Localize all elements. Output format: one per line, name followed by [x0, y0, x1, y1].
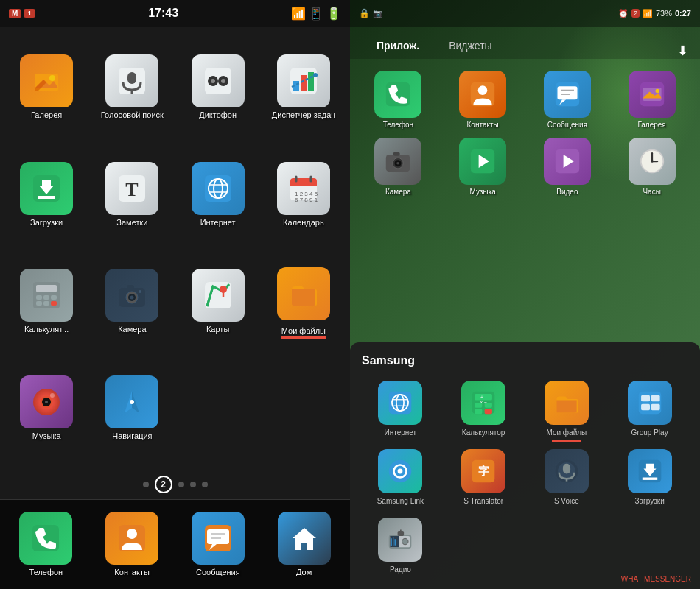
left-phone-panel: M 1 17:43 📶 📱 🔋 Галерея: [0, 0, 350, 589]
popup-downloads-icon: [628, 449, 672, 493]
dot-3: [178, 482, 184, 487]
dock-contacts-label: Контакты: [114, 568, 150, 577]
right-app-gallery[interactable]: Галерея: [609, 66, 694, 133]
svg-rect-103: [485, 409, 492, 415]
app-camera[interactable]: Камера: [89, 248, 175, 355]
popup-internet-icon: [378, 381, 422, 425]
watermark-prefix: WHAT: [621, 575, 643, 583]
svg-rect-128: [398, 531, 405, 536]
dock-phone[interactable]: Телефон: [3, 506, 89, 583]
popup-svoice[interactable]: S Voice: [528, 446, 606, 509]
app-gallery[interactable]: Галерея: [4, 34, 89, 141]
popup-downloads-label: Загрузки: [635, 497, 665, 506]
right-gallery-label: Галерея: [637, 121, 665, 129]
svg-point-68: [478, 85, 488, 95]
svg-point-81: [397, 162, 400, 165]
notification-badge: 1: [24, 9, 35, 18]
app-navigation[interactable]: Навигация: [89, 355, 175, 462]
dock-home[interactable]: Дом: [261, 506, 347, 583]
right-app-music[interactable]: Музыка: [441, 133, 525, 200]
app-maps-label: Карты: [206, 325, 229, 334]
right-app-clock[interactable]: Часы: [609, 133, 694, 200]
svg-rect-41: [51, 301, 57, 306]
right-phone-panel: 🔒 📷 ⏰ 2 📶 73% 0:27 Прилож. Виджеты ⬇: [350, 0, 700, 589]
popup-groupplay-icon: [628, 381, 672, 425]
popup-stranslator-icon: 字: [461, 449, 505, 493]
right-app-grid: Телефон Контакты: [350, 59, 700, 204]
right-phone-icon: [374, 71, 421, 118]
app-notes-label: Заметки: [116, 218, 147, 228]
popup-stranslator-label: S Translator: [463, 497, 503, 506]
svg-point-47: [139, 290, 141, 293]
app-calendar[interactable]: 1 2 3 4 5 6 7 8 9 10 Календарь: [261, 141, 346, 247]
svg-rect-82: [393, 152, 400, 155]
battery-right: 73%: [656, 9, 672, 18]
gmail-icon: M: [9, 9, 21, 18]
watermark: WHAT MESSENGER: [621, 575, 691, 583]
svg-rect-107: [641, 404, 650, 411]
popup-radio[interactable]: Радио: [362, 515, 439, 577]
dictaphone-icon: [192, 54, 245, 107]
status-bar-right: 🔒 📷 ⏰ 2 📶 73% 0:27: [350, 0, 700, 27]
dot-4: [190, 482, 196, 487]
svg-rect-61: [207, 529, 229, 544]
app-downloads[interactable]: Загрузки: [4, 141, 89, 247]
popup-internet[interactable]: Интернет: [362, 378, 439, 440]
lock-icon: 🔒: [359, 8, 370, 18]
app-notes[interactable]: T Заметки: [89, 141, 175, 247]
popup-svoice-icon: [545, 449, 589, 493]
svg-rect-116: [563, 464, 570, 474]
svg-point-16: [313, 73, 318, 77]
right-music-label: Музыка: [469, 188, 495, 196]
app-internet[interactable]: Интернет: [175, 141, 261, 247]
navigation-icon: [105, 375, 158, 428]
right-clock-icon: [629, 138, 676, 185]
svg-rect-5: [127, 72, 136, 84]
svg-point-111: [398, 469, 403, 474]
right-contacts-label: Контакты: [467, 121, 499, 129]
popup-groupplay[interactable]: Group Play: [611, 378, 688, 440]
popup-samsunglink[interactable]: Samsung Link: [362, 446, 439, 509]
dot-5: [202, 482, 208, 487]
app-dictaphone-label: Диктофон: [199, 110, 237, 120]
app-internet-label: Интернет: [200, 218, 236, 228]
popup-downloads[interactable]: Загрузки: [611, 446, 688, 509]
tab-widgets[interactable]: Виджеты: [434, 34, 507, 59]
dock-contacts[interactable]: Контакты: [89, 506, 175, 583]
popup-calculator[interactable]: + - × ÷ Калькулятор: [445, 378, 522, 440]
popup-svoice-label: S Voice: [554, 497, 579, 506]
tabs-bar: Прилож. Виджеты ⬇: [350, 27, 700, 59]
samsung-popup: Samsung Интернет: [350, 342, 700, 589]
app-maps[interactable]: Карты: [175, 248, 261, 355]
myfiles-underline: [281, 336, 326, 339]
right-app-contacts[interactable]: Контакты: [441, 66, 525, 133]
messages-icon: [192, 512, 245, 565]
svg-rect-105: [641, 395, 650, 402]
svg-point-2: [49, 75, 55, 81]
dock-messages[interactable]: Сообщения: [175, 506, 262, 583]
app-calculator[interactable]: Калькулят...: [4, 248, 89, 355]
app-calculator-label: Калькулят...: [24, 325, 69, 334]
popup-slink-icon: [378, 449, 422, 493]
app-voice-search[interactable]: Голосовой поиск: [89, 34, 175, 141]
right-app-messages[interactable]: Сообщения: [525, 66, 610, 133]
popup-myfiles[interactable]: Мои файлы: [528, 378, 606, 440]
app-dictaphone[interactable]: Диктофон: [175, 34, 261, 141]
badge-2: 2: [631, 9, 640, 18]
right-app-camera[interactable]: Камера: [356, 133, 441, 200]
left-status-icons: M 1: [9, 9, 35, 18]
svg-rect-19: [38, 196, 55, 199]
app-taskmanager[interactable]: Диспетчер задач: [261, 34, 346, 141]
tab-apps[interactable]: Прилож.: [362, 34, 434, 59]
svg-rect-40: [43, 301, 49, 306]
svg-rect-102: [475, 409, 482, 415]
svg-rect-38: [51, 295, 57, 300]
right-app-video[interactable]: Видео: [525, 133, 610, 200]
popup-stranslator[interactable]: 字 S Translator: [445, 446, 522, 509]
svg-rect-70: [557, 86, 577, 99]
battery-icon-left: 🔋: [326, 7, 341, 21]
app-myfiles[interactable]: Мои файлы: [261, 248, 346, 355]
right-app-phone[interactable]: Телефон: [356, 66, 441, 133]
app-music[interactable]: Музыка: [4, 355, 89, 462]
download-button[interactable]: ⬇: [677, 43, 688, 59]
